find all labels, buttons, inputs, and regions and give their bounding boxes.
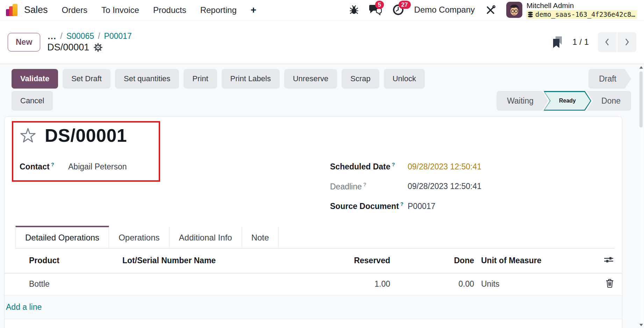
pager-previous-button[interactable] — [598, 32, 617, 52]
field-scheduled-date: Scheduled Date? 09/28/2023 12:50:41 — [330, 161, 615, 172]
cell-product[interactable]: Bottle — [5, 273, 121, 295]
scrap-button[interactable]: Scrap — [342, 69, 379, 89]
set-quantities-button[interactable]: Set quantities — [115, 69, 179, 89]
user-menu[interactable]: Mitchell Admin demo_saas-163_4f236e42c8… — [506, 1, 637, 19]
scrollbar-thumb[interactable] — [639, 71, 643, 127]
deadline-value[interactable]: 09/28/2023 12:50:41 — [408, 182, 615, 191]
unlock-button[interactable]: Unlock — [384, 69, 425, 89]
field-source-document: Source Document? P00017 — [330, 201, 615, 211]
top-navbar: Sales Orders To Invoice Products Reporti… — [0, 0, 644, 20]
col-done[interactable]: Done — [392, 249, 475, 273]
messages-icon[interactable]: 5 — [369, 4, 382, 16]
tab-operations[interactable]: Operations — [109, 226, 169, 248]
pager-next-button[interactable] — [617, 32, 636, 52]
help-icon: ? — [400, 201, 403, 207]
tab-detailed-operations[interactable]: Detailed Operations — [15, 226, 109, 248]
menu-orders[interactable]: Orders — [62, 5, 87, 15]
unreserve-button[interactable]: Unreserve — [284, 69, 337, 89]
pager-value: 1 / 1 — [572, 37, 589, 47]
plus-icon[interactable]: + — [251, 5, 256, 16]
columns-settings-icon[interactable] — [549, 249, 622, 273]
activities-badge: 27 — [399, 1, 411, 9]
status-done[interactable]: Done — [587, 91, 631, 111]
database-icon — [528, 12, 533, 18]
gear-icon[interactable] — [93, 43, 103, 52]
field-contact: Contact? Abigail Peterson — [20, 161, 317, 172]
database-name: demo_saas-163_4f236e42c8… — [527, 10, 637, 19]
action-area: Validate Set Draft Set quantities Print … — [0, 64, 644, 116]
table-row: Bottle 1.00 0.00 Units — [5, 273, 622, 295]
record-title: DS/00001 — [45, 125, 127, 146]
breadcrumb-collapsed[interactable]: … — [47, 34, 56, 39]
col-product[interactable]: Product — [5, 249, 121, 273]
tab-note[interactable]: Note — [242, 226, 279, 248]
status-draft[interactable]: Draft — [588, 69, 631, 89]
breadcrumb-link-p00017[interactable]: P00017 — [104, 32, 131, 41]
help-icon: ? — [363, 181, 366, 187]
star-icon[interactable] — [20, 127, 36, 144]
status-ready-active[interactable]: Ready — [544, 91, 591, 111]
bookmark-icon[interactable] — [552, 36, 563, 48]
delete-row-button[interactable] — [549, 273, 622, 295]
breadcrumb: … / S00065 / P00017 DS/00001 — [47, 32, 131, 53]
app-name[interactable]: Sales — [24, 5, 48, 15]
bug-icon[interactable] — [349, 5, 359, 15]
scroll-down-icon[interactable] — [639, 324, 643, 326]
activities-clock-icon[interactable]: 27 — [393, 4, 404, 15]
source-document-value[interactable]: P00017 — [408, 202, 615, 211]
avatar — [506, 2, 522, 18]
col-uom[interactable]: Unit of Measure — [475, 249, 549, 273]
tools-icon[interactable] — [485, 5, 496, 15]
breadcrumb-current: DS/00001 — [47, 42, 89, 53]
sales-app-logo-icon[interactable] — [5, 3, 19, 18]
add-line-row: Add a line — [5, 295, 622, 319]
vertical-scrollbar[interactable] — [638, 64, 644, 328]
cell-uom[interactable]: Units — [475, 273, 549, 295]
col-lot-serial[interactable]: Lot/Serial Number Name — [121, 249, 266, 273]
status-waiting[interactable]: Waiting — [496, 91, 548, 111]
print-button[interactable]: Print — [184, 69, 217, 89]
field-deadline: Deadline? 09/28/2023 12:50:41 — [330, 181, 615, 191]
contact-value[interactable]: Abigail Peterson — [68, 162, 317, 172]
help-icon: ? — [51, 161, 54, 167]
col-reserved[interactable]: Reserved — [266, 249, 392, 273]
scheduled-date-value[interactable]: 09/28/2023 12:50:41 — [408, 162, 615, 172]
menu-reporting[interactable]: Reporting — [200, 5, 237, 15]
next-icon — [623, 37, 631, 47]
scroll-up-icon[interactable] — [639, 66, 643, 69]
cell-lot-serial[interactable] — [121, 273, 266, 295]
trash-icon — [606, 279, 614, 288]
form-sheet: DS/00001 Contact? Abigail Peterson Sched… — [4, 116, 622, 328]
operations-table: Product Lot/Serial Number Name Reserved … — [5, 249, 622, 319]
table-header-row: Product Lot/Serial Number Name Reserved … — [5, 249, 622, 273]
menu-to-invoice[interactable]: To Invoice — [101, 5, 139, 15]
set-draft-button[interactable]: Set Draft — [63, 69, 110, 89]
notebook-tabs: Detailed Operations Operations Additiona… — [15, 226, 615, 249]
messages-badge: 5 — [375, 1, 384, 9]
cell-done[interactable]: 0.00 — [392, 273, 475, 295]
print-labels-button[interactable]: Print Labels — [222, 69, 280, 89]
new-button[interactable]: New — [8, 33, 40, 51]
prev-icon — [603, 37, 611, 47]
cancel-button[interactable]: Cancel — [12, 91, 53, 111]
tab-additional-info[interactable]: Additional Info — [170, 226, 242, 248]
menu-products[interactable]: Products — [153, 5, 186, 15]
cell-reserved[interactable]: 1.00 — [266, 273, 392, 295]
user-name: Mitchell Admin — [527, 1, 637, 10]
breadcrumb-link-s00065[interactable]: S00065 — [66, 32, 94, 41]
help-icon: ? — [392, 161, 395, 167]
control-panel: New … / S00065 / P00017 DS/00001 — [0, 20, 644, 64]
company-switcher[interactable]: Demo Company — [414, 5, 475, 15]
add-a-line-link[interactable]: Add a line — [5, 295, 622, 319]
validate-button[interactable]: Validate — [12, 69, 58, 89]
